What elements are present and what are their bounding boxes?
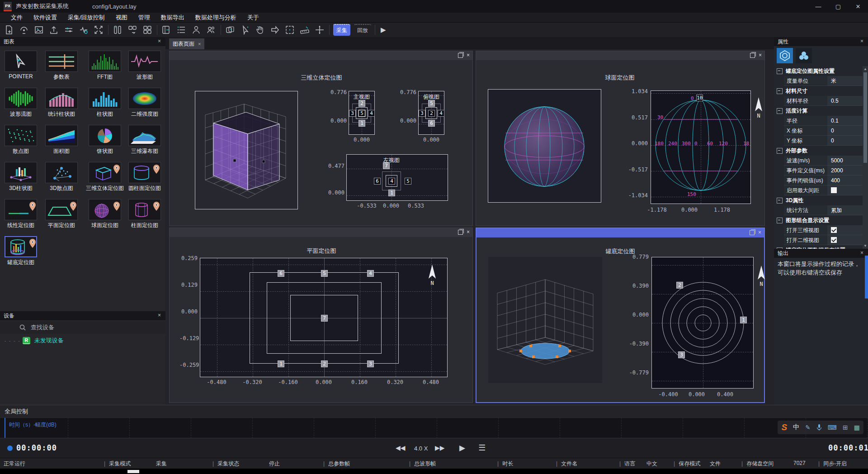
circles-tool-button[interactable]	[796, 48, 812, 63]
properties-close-icon[interactable]: ×	[860, 38, 863, 44]
device-tree-item[interactable]: - - - - R 未发现设备	[5, 337, 64, 345]
measure-icon[interactable]	[299, 24, 311, 35]
view-left[interactable]: 左视图76451	[346, 154, 448, 201]
start-button[interactable]: ▶	[381, 26, 386, 34]
checkbox-checked[interactable]	[831, 227, 837, 233]
property-value[interactable]: 米	[827, 76, 863, 86]
pointer-icon[interactable]	[239, 24, 251, 35]
ime-skin-icon[interactable]: ▦	[854, 424, 860, 431]
property-value[interactable]: 0.5	[827, 96, 863, 106]
menu-item-数据导出[interactable]: 数据导出	[161, 14, 184, 22]
scroll-thumb[interactable]	[863, 72, 867, 163]
collapse-icon[interactable]	[777, 218, 783, 223]
plane-2d-plot[interactable]: 6547123N	[200, 258, 448, 377]
window-3d-locate-titlebar[interactable]: ×	[170, 51, 472, 60]
marquee-select-icon[interactable]	[284, 24, 296, 35]
sidebar-item-二维强度图[interactable]: 二维强度图	[128, 88, 161, 118]
sidebar-item-圆柱面定位图[interactable]: 圆柱面定位图	[128, 162, 161, 192]
restore-icon[interactable]	[750, 53, 755, 58]
maximize-button[interactable]: ▢	[828, 0, 848, 13]
device-search-input[interactable]: 查找设备	[0, 321, 165, 334]
replay-mode-button[interactable]: 回放	[354, 24, 371, 36]
property-section-8[interactable]: 外部参数	[774, 146, 863, 156]
scroll-down-icon[interactable]: ▼	[863, 244, 867, 248]
checkbox-unchecked[interactable]	[831, 187, 837, 193]
menu-item-文件[interactable]: 文件	[11, 14, 23, 22]
minimize-button[interactable]: —	[808, 0, 828, 13]
collapse-icon[interactable]	[777, 198, 783, 204]
record-icon[interactable]	[18, 24, 30, 35]
window-sphere-locate[interactable]: × 球面定位图	[476, 51, 765, 226]
menu-item-数据处理与分析[interactable]: 数据处理与分析	[195, 14, 236, 22]
ime-mic-icon[interactable]	[816, 424, 822, 431]
window-3d-locate[interactable]: × 三维立体定位图 主视图235410.7760.0000.000俯视图5324…	[169, 51, 473, 226]
tank-2d-plot[interactable]: 213	[651, 257, 754, 389]
property-value[interactable]	[827, 225, 863, 235]
window-plane-locate-titlebar[interactable]: ×	[170, 228, 472, 237]
property-section-18[interactable]: 罐底定位图数据保存设置	[774, 245, 863, 249]
restore-icon[interactable]	[750, 230, 755, 235]
play-button[interactable]: ▶	[459, 443, 465, 453]
close-button[interactable]: ✕	[848, 0, 868, 13]
property-value[interactable]: 累加	[827, 205, 863, 215]
fast-forward-button[interactable]: ▶▶	[435, 444, 445, 451]
property-value[interactable]: 0	[827, 126, 863, 136]
checkbox-checked[interactable]	[831, 237, 837, 243]
ime-toolbar[interactable]: S 中 ✎ ⌨ ⊞ ▦	[778, 421, 863, 434]
list-view-icon[interactable]	[175, 24, 187, 35]
charts-panel-close-icon[interactable]: ×	[158, 38, 161, 44]
menu-item-关于[interactable]: 关于	[247, 14, 259, 22]
sidebar-item-3D散点图[interactable]: 3D散点图	[45, 162, 78, 192]
ime-keyboard-icon[interactable]: ⌨	[828, 424, 837, 431]
property-value[interactable]: 2000	[827, 166, 863, 175]
collapse-icon[interactable]	[777, 68, 783, 74]
playback-menu-icon[interactable]: ☰	[478, 443, 486, 453]
property-value[interactable]: 0.1	[827, 116, 863, 126]
tank-3d-plot[interactable]	[488, 257, 602, 383]
cascade-windows-icon[interactable]	[224, 24, 236, 35]
layout-split-icon[interactable]	[127, 24, 138, 35]
crosshair-icon[interactable]	[314, 24, 326, 35]
ime-language-toggle[interactable]: 中	[793, 423, 799, 431]
cube-3d-plot[interactable]	[195, 91, 298, 209]
sidebar-item-面积图[interactable]: 面积图	[45, 125, 78, 155]
properties-scrollbar[interactable]: ▲ ▼	[863, 66, 868, 249]
user-icon[interactable]	[190, 24, 202, 35]
output-close-icon[interactable]: ×	[860, 250, 863, 256]
menu-item-视图[interactable]: 视图	[116, 14, 127, 22]
tab-chart-page[interactable]: 图表页面 ×	[169, 38, 204, 49]
new-file-icon[interactable]	[3, 24, 15, 35]
sidebar-item-三维瀑布图[interactable]: 三维瀑布图	[128, 125, 161, 155]
sidebar-item-罐底定位图[interactable]: 罐底定位图	[5, 236, 37, 266]
panel-toggle-icon[interactable]	[160, 24, 172, 35]
scroll-up-icon[interactable]: ▲	[863, 67, 867, 71]
property-value[interactable]	[827, 185, 863, 195]
close-icon[interactable]: ×	[758, 230, 761, 235]
property-section-13[interactable]: 3D属性	[774, 195, 863, 205]
window-plane-locate[interactable]: × 平面定位图 6547123N 0.2590.1290.000-0.129-0…	[169, 228, 473, 403]
playback-speed[interactable]: 4.0 X	[414, 445, 428, 452]
property-value[interactable]: 0	[827, 136, 863, 146]
ime-logo-icon[interactable]: S	[781, 422, 787, 432]
ime-toolbox-icon[interactable]: ⊞	[843, 424, 848, 431]
close-icon[interactable]: ×	[759, 52, 762, 58]
property-value[interactable]	[827, 235, 863, 245]
sidebar-item-波形图[interactable]: 波形图	[128, 51, 161, 81]
layout-columns-icon[interactable]	[112, 24, 123, 35]
window-sphere-locate-titlebar[interactable]: ×	[476, 51, 764, 60]
wave-monitor-icon[interactable]	[78, 24, 90, 35]
collapse-icon[interactable]	[777, 148, 783, 154]
export-icon[interactable]	[48, 24, 60, 35]
step-forward-icon[interactable]	[269, 24, 281, 35]
view-top[interactable]: 俯视图53246	[418, 91, 444, 135]
sidebar-item-柱面定位图[interactable]: 柱面定位图	[128, 199, 161, 229]
property-section-4[interactable]: 活度计算	[774, 106, 863, 116]
sphere-3d-plot[interactable]	[488, 89, 601, 203]
sphere-2d-projection[interactable]: 1802403000601201803015010	[651, 90, 751, 204]
snapshot-icon[interactable]	[33, 24, 45, 35]
expand-icon[interactable]	[93, 24, 104, 35]
layout-grid-icon[interactable]	[142, 24, 153, 35]
sidebar-item-平面定位图[interactable]: 平面定位图	[45, 199, 78, 229]
property-value[interactable]: 5000	[827, 156, 863, 166]
menu-item-软件设置[interactable]: 软件设置	[33, 14, 57, 22]
